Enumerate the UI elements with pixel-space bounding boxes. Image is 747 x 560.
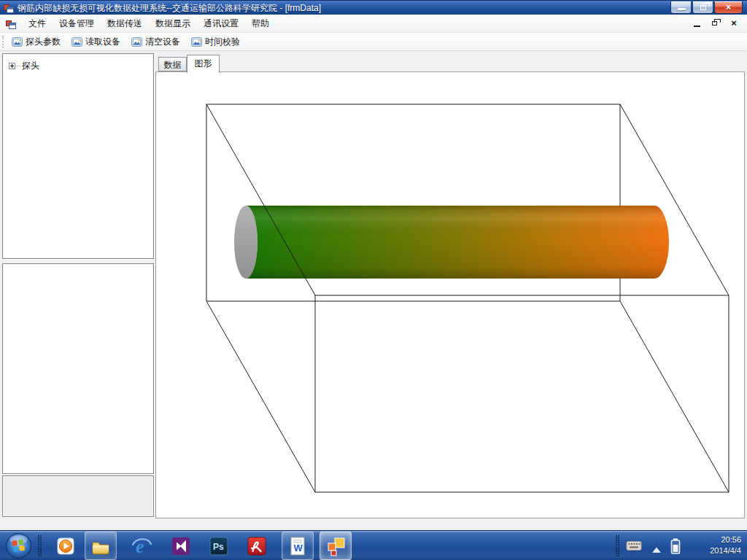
close-icon: × [715, 1, 742, 13]
toolbar-label: 清空设备 [145, 36, 180, 48]
menu-items: 文件 设备管理 数据传送 数据显示 通讯设置 帮助 [22, 15, 276, 33]
3d-scene [156, 72, 744, 518]
mdi-minimize-button[interactable] [692, 18, 703, 29]
image-icon [131, 37, 142, 47]
menu-data-transfer[interactable]: 数据传送 [101, 15, 149, 33]
menu-help[interactable]: 帮助 [245, 15, 276, 33]
tree-connector [15, 66, 20, 66]
toolbar-label: 时间校验 [205, 36, 240, 48]
tray-grip[interactable] [616, 535, 620, 556]
close-button[interactable]: × [714, 1, 743, 14]
tree-node-label[interactable]: 探头 [20, 60, 39, 72]
internet-explorer-icon: e [131, 535, 152, 557]
taskbar-media-player[interactable] [50, 532, 82, 560]
word-document-icon: W [287, 536, 308, 556]
taskbar-internet-explorer[interactable]: e [125, 532, 158, 560]
tray-clock[interactable]: 20:56 2014/4/4 [686, 534, 741, 556]
visual-studio-icon [171, 536, 191, 556]
box-edge-depth-bottom-left [206, 301, 315, 492]
tray-battery[interactable] [670, 537, 681, 558]
battery-icon [670, 537, 681, 555]
folder-icon [90, 536, 111, 556]
mdi-window-controls: × [692, 18, 740, 29]
status-panel [2, 475, 154, 517]
taskbar-word-document[interactable]: W [282, 532, 314, 560]
taskbar-file-explorer[interactable] [85, 532, 117, 560]
menu-device-management[interactable]: 设备管理 [53, 15, 101, 33]
tree-node-probe: 探头 [9, 60, 39, 72]
clear-device-button[interactable]: 清空设备 [127, 34, 185, 50]
graph-tab-page [155, 71, 745, 518]
probe-params-button[interactable]: 探头参数 [7, 34, 65, 50]
mdi-close-icon: × [728, 18, 740, 28]
start-button[interactable] [5, 532, 32, 559]
clock-date: 2014/4/4 [686, 545, 741, 556]
toolbar-label: 探头参数 [26, 36, 61, 48]
acrobat-icon [247, 536, 267, 556]
taskbar-visual-studio[interactable] [165, 532, 197, 560]
mdi-restore-icon [712, 21, 717, 26]
chevron-up-icon [651, 547, 662, 553]
menu-data-display[interactable]: 数据显示 [149, 15, 197, 33]
wireframe-box [206, 104, 729, 492]
svg-text:Ps: Ps [213, 542, 224, 552]
cylinder-shading [246, 206, 669, 279]
taskbar-data-app[interactable] [320, 532, 352, 560]
window-title: 钢筋内部缺损无损可视化数据处理系统--交通运输部公路科学研究院 - [frmDa… [18, 1, 321, 15]
mdi-close-button[interactable]: × [728, 18, 740, 29]
cylinder-end-cap [234, 206, 258, 279]
detail-list-panel [2, 263, 154, 474]
toolbar-items: 探头参数 读取设备 清空设备 时间校验 [7, 33, 247, 50]
desktop-screen: 钢筋内部缺损无损可视化数据处理系统--交通运输部公路科学研究院 - [frmDa… [0, 0, 747, 560]
toolbar-grip[interactable] [2, 36, 4, 48]
image-icon [12, 37, 23, 47]
clock-time: 20:56 [686, 534, 741, 545]
keyboard-icon [626, 540, 642, 551]
time-check-button[interactable]: 时间校验 [187, 34, 244, 50]
photoshop-icon: Ps [209, 536, 229, 556]
tray-keyboard[interactable] [626, 540, 642, 554]
media-player-icon [55, 536, 76, 556]
taskbar-acrobat-reader[interactable] [241, 532, 273, 560]
taskbar-grip[interactable] [38, 535, 42, 556]
tree-expand-icon[interactable] [9, 63, 15, 69]
minimize-button[interactable] [670, 1, 692, 14]
toolbar-label: 读取设备 [85, 36, 120, 48]
data-app-icon [325, 535, 347, 557]
tab-data[interactable]: 数据 [158, 57, 187, 71]
read-device-button[interactable]: 读取设备 [67, 34, 125, 50]
probe-tree-panel: 探头 [2, 53, 154, 259]
menu-file[interactable]: 文件 [22, 15, 53, 33]
tab-graph[interactable]: 图形 [187, 55, 220, 73]
mdi-child-icon [6, 19, 16, 32]
menu-bar: 文件 设备管理 数据传送 数据显示 通讯设置 帮助 × [0, 15, 747, 33]
restore-button[interactable] [692, 1, 713, 14]
taskbar-photoshop[interactable]: Ps [203, 532, 235, 560]
title-bar: 钢筋内部缺损无损可视化数据处理系统--交通运输部公路科学研究院 - [frmDa… [0, 0, 747, 15]
windows-orb-icon [5, 532, 32, 559]
restore-icon [700, 5, 706, 10]
mdi-restore-button[interactable] [710, 18, 721, 29]
tray-show-hidden[interactable] [651, 543, 662, 556]
taskbar: e Ps [0, 530, 747, 560]
window-controls: × [670, 1, 743, 14]
box-edge-depth-bottom-right [620, 301, 729, 492]
image-icon [71, 37, 82, 47]
tool-bar: 探头参数 读取设备 清空设备 时间校验 [0, 33, 747, 51]
menu-comm-settings[interactable]: 通讯设置 [197, 15, 245, 33]
svg-text:W: W [294, 542, 303, 553]
minimize-icon [678, 8, 686, 10]
mdi-minimize-icon [694, 26, 700, 27]
image-icon [191, 37, 202, 47]
